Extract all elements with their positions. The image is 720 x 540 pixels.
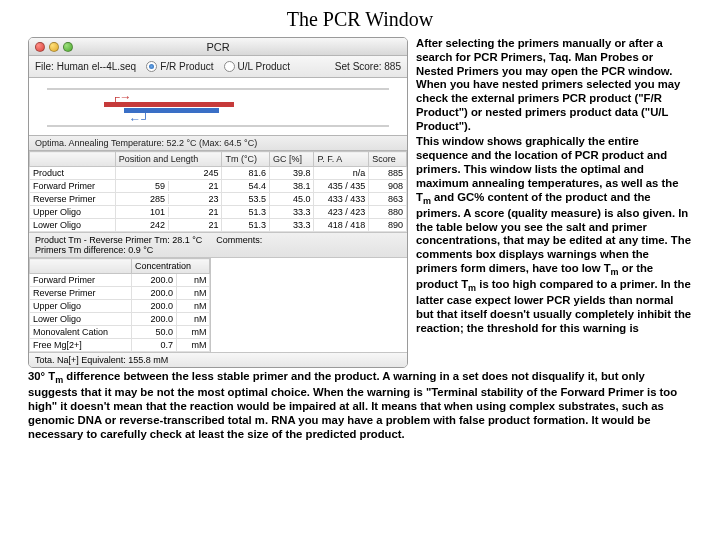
table-row: Forward Primer592154.438.1435 / 435908 <box>30 180 407 193</box>
set-score: Set Score: 885 <box>335 61 401 72</box>
toolbar: File: Human el--4L.seq F/R Product U/L P… <box>29 56 407 78</box>
comments-box[interactable] <box>210 258 407 352</box>
primer-table: Position and Length Tm (°C) GC [%] P. F.… <box>29 151 407 232</box>
slide-title: The PCR Window <box>0 0 720 37</box>
red-bar <box>104 102 234 107</box>
radio-ul[interactable]: U/L Product <box>224 61 290 72</box>
screenshot-panel: PCR File: Human el--4L.seq F/R Product U… <box>28 37 408 368</box>
pcr-window: PCR File: Human el--4L.seq F/R Product U… <box>28 37 408 368</box>
table-row[interactable]: Forward Primer200.0nM <box>30 274 210 287</box>
table-row[interactable]: Monovalent Cation50.0mM <box>30 326 210 339</box>
file-label: File: Human el--4L.seq <box>35 61 136 72</box>
col-tm: Tm (°C) <box>222 152 270 167</box>
table-row: Product24581.639.8n/a885 <box>30 167 407 180</box>
radio-icon <box>146 61 157 72</box>
col-position: Position and Length <box>115 152 222 167</box>
table-row[interactable]: Reverse Primer200.0nM <box>30 287 210 300</box>
radio-ul-label: U/L Product <box>238 61 290 72</box>
table-row: Upper Oligo1012151.333.3423 / 423880 <box>30 206 407 219</box>
body-text-bottom: 30° Tm difference between the less stabl… <box>0 368 720 441</box>
radio-fr-label: F/R Product <box>160 61 213 72</box>
col-concentration: Concentration <box>132 259 210 274</box>
reverse-marker-icon: ←┘ <box>129 112 150 126</box>
anneal-temp-line: Optima. Annealing Temperature: 52.2 °C (… <box>29 136 407 151</box>
primers-tm-diff: Primers Tm difference: 0.9 °C <box>35 245 202 255</box>
radio-icon <box>224 61 235 72</box>
comments-label: Comments: <box>216 235 262 255</box>
table-row[interactable]: Lower Oligo200.0nM <box>30 313 210 326</box>
sequence-graph: ┌→ ←┘ <box>29 78 407 136</box>
body-text-right: After selecting the primers manually or … <box>416 37 692 368</box>
window-title: PCR <box>29 41 407 53</box>
col-pfa: P. F. A <box>314 152 369 167</box>
table-row: Lower Oligo2422151.333.3418 / 418890 <box>30 219 407 232</box>
table-row[interactable]: Upper Oligo200.0nM <box>30 300 210 313</box>
titlebar: PCR <box>29 38 407 56</box>
table-row: Reverse Primer2852353.545.0433 / 433863 <box>30 193 407 206</box>
col-gc: GC [%] <box>270 152 314 167</box>
product-tm-diff: Product Tm - Reverse Primer Tm: 28.1 °C <box>35 235 202 245</box>
concentration-table: Concentration Forward Primer200.0nM Reve… <box>29 258 210 352</box>
na-equivalent: Tota. Na[+] Equivalent: 155.8 mM <box>29 352 407 367</box>
col-score: Score <box>369 152 407 167</box>
radio-fr[interactable]: F/R Product <box>146 61 213 72</box>
table-row[interactable]: Free Mg[2+]0.7mM <box>30 339 210 352</box>
mid-info: Product Tm - Reverse Primer Tm: 28.1 °C … <box>29 232 407 258</box>
